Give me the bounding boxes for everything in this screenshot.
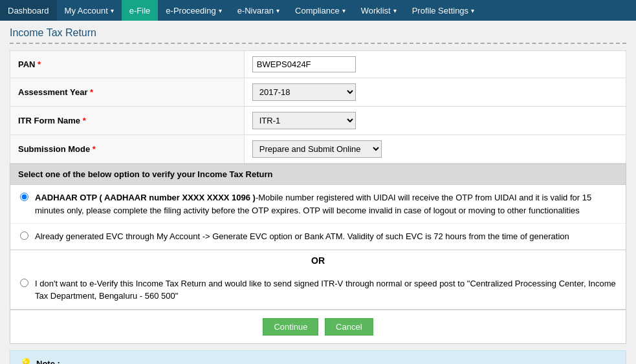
assessment-year-cell: 2017-18 2016-17 [244,78,626,107]
chevron-down-icon: ▾ [471,7,474,14]
continue-button[interactable]: Continue [263,318,318,336]
itr-form-row: ITR Form Name * ITR-1 ITR-2 [10,107,626,135]
verify-option-3-container: I don't want to e-Verify this Income Tax… [10,271,626,310]
pan-input[interactable] [252,56,356,72]
nav-dashboard[interactable]: Dashboard [0,0,57,21]
itr-form-label: ITR Form Name * [10,107,245,135]
verify-option-2: Already generated EVC through My Account… [10,224,626,250]
verify-option-3: I don't want to e-Verify this Income Tax… [10,271,626,309]
nav-eproceeding[interactable]: e-Proceeding ▾ [158,0,229,21]
submission-mode-row: Submission Mode * Prepare and Submit Onl… [10,135,626,164]
itr-form: PAN * Assessment Year * 2017-18 2016-17 … [10,50,626,164]
pan-row: PAN * [10,51,626,78]
nav-worklist[interactable]: Worklist ▾ [353,0,404,21]
nav-efile[interactable]: e-File [122,0,159,21]
itr-form-select[interactable]: ITR-1 ITR-2 [252,112,356,129]
buttons-row: Continue Cancel [10,310,626,344]
chevron-down-icon: ▾ [276,7,280,14]
navbar: Dashboard My Account ▾ e-File e-Proceedi… [0,0,636,21]
page-title: Income Tax Return [10,27,626,44]
or-divider: OR [10,250,626,271]
verify-option-1: AADHAAR OTP ( AADHAAR number XXXX XXXX 1… [10,185,626,224]
cancel-button[interactable]: Cancel [325,318,373,336]
chevron-down-icon: ▾ [393,7,397,14]
nav-profile-settings[interactable]: Profile Settings ▾ [404,0,482,21]
chevron-down-icon: ▾ [111,7,114,14]
verify-option-2-text: Already generated EVC through My Account… [35,230,569,243]
submission-mode-select[interactable]: Prepare and Submit Online Upload XML [252,140,382,158]
nav-enivaran[interactable]: e-Nivaran ▾ [230,0,287,21]
submission-mode-label: Submission Mode * [10,135,245,164]
verify-radio-1[interactable] [20,193,28,201]
assessment-year-select[interactable]: 2017-18 2016-17 [252,83,356,101]
verify-radio-3[interactable] [20,279,28,287]
submission-mode-cell: Prepare and Submit Online Upload XML [244,135,626,164]
required-mark: * [38,59,41,69]
verify-option-1-text: AADHAAR OTP ( AADHAAR number XXXX XXXX 1… [35,191,616,217]
nav-my-account[interactable]: My Account ▾ [57,0,122,21]
chevron-down-icon: ▾ [219,7,222,14]
verify-section-heading: Select one of the below option to verify… [10,164,626,185]
required-mark: * [83,116,86,125]
pan-value-cell [244,51,626,78]
bulb-icon: 💡 [19,358,32,365]
pan-label: PAN * [10,51,245,78]
chevron-down-icon: ▾ [342,7,345,14]
verify-options-container: AADHAAR OTP ( AADHAAR number XXXX XXXX 1… [10,185,626,250]
assessment-year-row: Assessment Year * 2017-18 2016-17 [10,78,626,107]
verify-option-3-text: I don't want to e-Verify this Income Tax… [35,277,616,303]
main-content: Income Tax Return PAN * Assessment Year … [0,21,636,364]
note-section: 💡 Note : Login through Netbanking and up… [10,350,626,365]
required-mark: * [90,87,93,97]
verify-radio-2[interactable] [20,231,28,240]
note-title: 💡 Note : [19,358,617,365]
itr-form-cell: ITR-1 ITR-2 [244,107,626,135]
required-mark: * [93,144,96,154]
assessment-year-label: Assessment Year * [10,78,245,107]
nav-compliance[interactable]: Compliance ▾ [287,0,353,21]
